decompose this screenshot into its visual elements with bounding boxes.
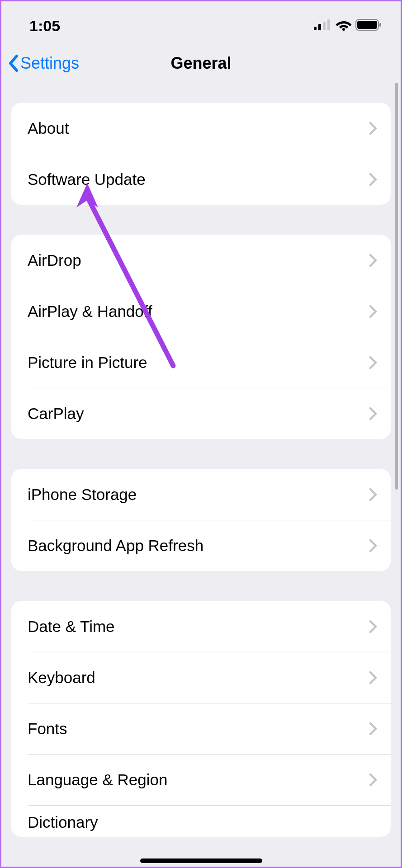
svg-rect-6 [357,21,377,29]
row-picture-in-picture[interactable]: Picture in Picture [11,337,391,388]
svg-rect-1 [318,24,321,30]
chevron-right-icon [369,305,377,318]
row-date-time[interactable]: Date & Time [11,601,391,652]
home-indicator [140,859,262,863]
chevron-right-icon [369,539,377,552]
status-bar: 1:05 [1,1,401,41]
settings-group-0: About Software Update [11,103,391,205]
row-language-region[interactable]: Language & Region [11,754,391,805]
row-label: Picture in Picture [28,354,147,372]
row-iphone-storage[interactable]: iPhone Storage [11,469,391,520]
settings-group-3: Date & Time Keyboard Fonts Language & Re… [11,601,391,837]
row-label: Background App Refresh [28,537,203,555]
row-software-update[interactable]: Software Update [11,154,391,205]
chevron-right-icon [369,671,377,684]
content: About Software Update AirDrop AirPlay & … [1,103,401,837]
chevron-right-icon [369,254,377,267]
row-label: iPhone Storage [28,486,137,504]
row-label: About [28,119,69,137]
row-carplay[interactable]: CarPlay [11,388,391,439]
settings-group-1: AirDrop AirPlay & Handoff Picture in Pic… [11,235,391,439]
status-time: 1:05 [29,17,60,35]
status-icons [314,19,382,33]
chevron-right-icon [369,407,377,420]
back-button[interactable]: Settings [8,54,79,73]
battery-icon [355,19,382,33]
row-dictionary[interactable]: Dictionary [11,805,391,837]
scroll-indicator [395,83,398,490]
row-label: Software Update [28,170,146,189]
row-label: CarPlay [28,405,84,423]
row-label: AirDrop [28,251,81,269]
row-background-app-refresh[interactable]: Background App Refresh [11,520,391,571]
chevron-left-icon [8,54,19,72]
chevron-right-icon [369,722,377,736]
wifi-icon [336,19,352,33]
svg-rect-0 [314,27,317,30]
row-label: Language & Region [28,771,167,789]
back-label: Settings [20,54,79,73]
cellular-signal-icon [314,19,332,32]
row-airplay-handoff[interactable]: AirPlay & Handoff [11,286,391,337]
row-label: Date & Time [28,618,115,636]
svg-rect-3 [327,19,330,30]
svg-point-4 [342,28,345,31]
chevron-right-icon [369,122,377,135]
chevron-right-icon [369,620,377,633]
chevron-right-icon [369,773,377,787]
settings-group-2: iPhone Storage Background App Refresh [11,469,391,571]
row-fonts[interactable]: Fonts [11,703,391,754]
svg-rect-7 [379,23,381,27]
chevron-right-icon [369,488,377,501]
chevron-right-icon [369,356,377,369]
chevron-right-icon [369,173,377,186]
row-label: Fonts [28,720,67,738]
page-title: General [170,54,231,73]
row-airdrop[interactable]: AirDrop [11,235,391,286]
row-label: Dictionary [28,813,98,831]
row-label: AirPlay & Handoff [28,302,152,321]
nav-bar: Settings General [1,41,401,85]
svg-rect-2 [323,22,326,30]
row-keyboard[interactable]: Keyboard [11,652,391,703]
row-label: Keyboard [28,669,95,687]
row-about[interactable]: About [11,103,391,154]
